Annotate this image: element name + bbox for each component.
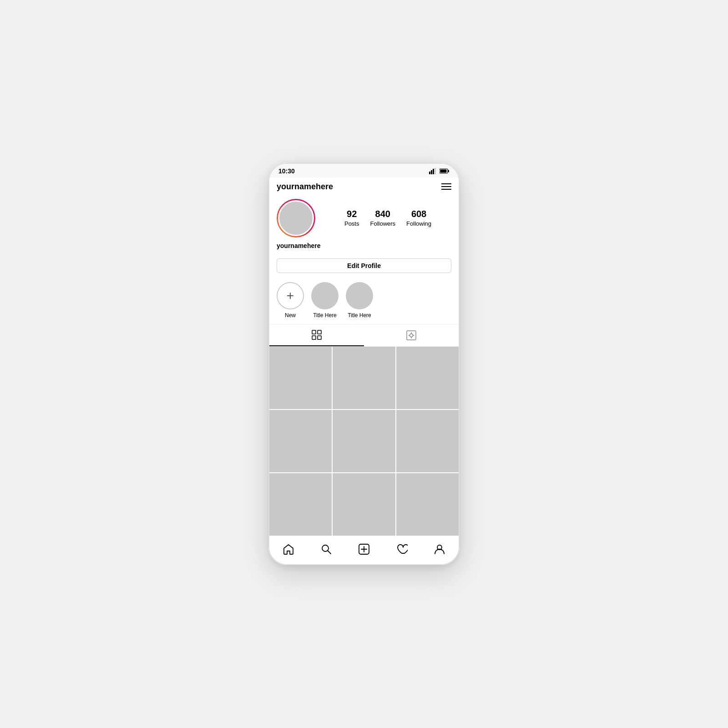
menu-line-1 bbox=[441, 183, 451, 184]
highlight-new[interactable]: + New bbox=[277, 282, 304, 318]
highlight-1-label: Title Here bbox=[313, 312, 337, 318]
svg-rect-8 bbox=[318, 330, 321, 334]
grid-cell-2[interactable] bbox=[333, 347, 395, 409]
grid-section bbox=[269, 347, 459, 536]
following-count: 608 bbox=[406, 209, 431, 219]
svg-rect-9 bbox=[312, 336, 316, 339]
svg-rect-2 bbox=[433, 169, 434, 174]
following-stat[interactable]: 608 Following bbox=[406, 209, 431, 228]
profile-username: yournamehere bbox=[277, 242, 451, 249]
bottom-nav bbox=[269, 536, 459, 564]
svg-rect-3 bbox=[435, 168, 436, 174]
highlight-2-circle bbox=[346, 282, 373, 309]
menu-line-3 bbox=[441, 189, 451, 190]
app-content: yournamehere 92 Posts bbox=[269, 177, 459, 565]
highlight-1[interactable]: Title Here bbox=[311, 282, 339, 318]
highlight-1-circle bbox=[311, 282, 339, 309]
grid-cell-3[interactable] bbox=[396, 347, 459, 409]
svg-rect-10 bbox=[318, 336, 321, 339]
status-time: 10:30 bbox=[278, 167, 295, 175]
highlight-2-label: Title Here bbox=[348, 312, 371, 318]
following-label: Following bbox=[406, 220, 431, 227]
svg-rect-5 bbox=[448, 170, 450, 172]
grid-cell-4[interactable] bbox=[269, 410, 332, 472]
menu-button[interactable] bbox=[441, 183, 451, 190]
svg-rect-0 bbox=[429, 172, 430, 174]
posts-count: 92 bbox=[344, 209, 359, 219]
svg-rect-1 bbox=[431, 170, 432, 174]
top-nav: yournamehere bbox=[269, 177, 459, 195]
nav-likes[interactable] bbox=[392, 541, 411, 557]
stats-row: 92 Posts 840 Followers 608 Following bbox=[324, 209, 451, 228]
profile-section: 92 Posts 840 Followers 608 Following bbox=[269, 195, 459, 255]
nav-search[interactable] bbox=[317, 541, 336, 557]
menu-line-2 bbox=[441, 186, 451, 187]
signal-icon bbox=[429, 168, 437, 174]
grid-cell-7[interactable] bbox=[269, 473, 332, 536]
tab-tagged[interactable] bbox=[364, 324, 459, 346]
highlights-section: + New Title Here Title Here bbox=[269, 278, 459, 324]
edit-profile-button[interactable]: Edit Profile bbox=[277, 258, 451, 273]
svg-line-14 bbox=[328, 551, 331, 554]
profile-info-row: 92 Posts 840 Followers 608 Following bbox=[277, 199, 451, 238]
posts-label: Posts bbox=[344, 220, 359, 227]
avatar bbox=[278, 200, 314, 236]
nav-profile[interactable] bbox=[430, 541, 449, 557]
status-bar: 10:30 bbox=[269, 164, 459, 177]
grid-cell-1[interactable] bbox=[269, 347, 332, 409]
followers-label: Followers bbox=[370, 220, 395, 227]
svg-rect-11 bbox=[407, 331, 416, 340]
avatar-container[interactable] bbox=[277, 199, 315, 238]
grid-cell-5[interactable] bbox=[333, 410, 395, 472]
nav-username: yournamehere bbox=[277, 182, 333, 192]
svg-point-12 bbox=[410, 334, 413, 337]
highlight-new-circle: + bbox=[277, 282, 304, 309]
followers-stat[interactable]: 840 Followers bbox=[370, 209, 395, 228]
battery-icon bbox=[440, 168, 450, 174]
highlight-new-label: New bbox=[285, 312, 296, 318]
posts-stat[interactable]: 92 Posts bbox=[344, 209, 359, 228]
grid-cell-8[interactable] bbox=[333, 473, 395, 536]
phone-border: 10:30 bbox=[268, 163, 460, 566]
highlight-2[interactable]: Title Here bbox=[346, 282, 373, 318]
svg-rect-7 bbox=[312, 330, 316, 334]
svg-rect-6 bbox=[440, 169, 447, 172]
followers-count: 840 bbox=[370, 209, 395, 219]
status-icons bbox=[429, 168, 450, 174]
nav-create[interactable] bbox=[354, 541, 374, 557]
phone-frame: 10:30 bbox=[268, 163, 460, 566]
grid-cell-9[interactable] bbox=[396, 473, 459, 536]
grid-cell-6[interactable] bbox=[396, 410, 459, 472]
tab-bar bbox=[269, 324, 459, 347]
nav-home[interactable] bbox=[279, 541, 298, 557]
tab-grid[interactable] bbox=[269, 324, 364, 346]
